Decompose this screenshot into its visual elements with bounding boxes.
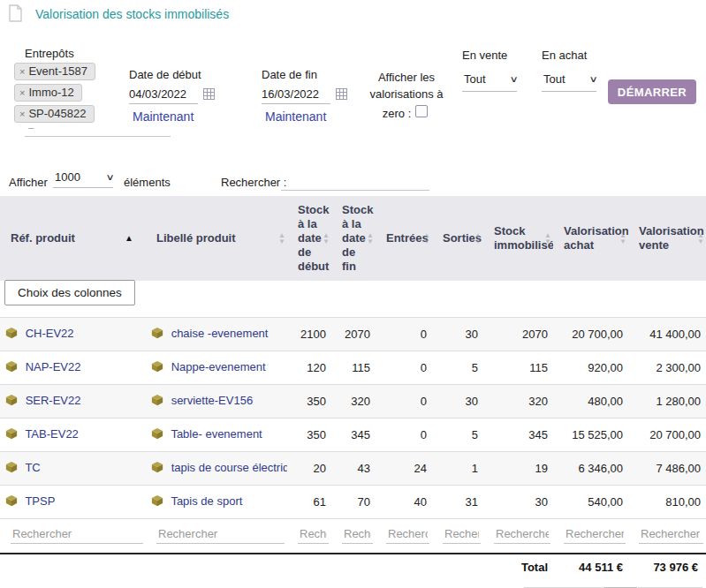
warehouse-tag[interactable]: ×Event-1587 [14, 63, 95, 80]
date-start-input[interactable] [129, 86, 198, 104]
cell-entrees: 40 [376, 485, 432, 518]
calendar-icon[interactable] [203, 88, 215, 102]
column-search-ref[interactable] [11, 525, 143, 544]
column-search-sorties[interactable] [443, 525, 481, 544]
cell-sorties: 30 [432, 384, 483, 418]
column-search-stock-debut[interactable] [298, 525, 329, 544]
zero-valuations-label-line1: Afficher les [378, 71, 435, 84]
col-header-sorties[interactable]: Sorties▲▼ [432, 196, 483, 281]
column-search-stock-immobilise[interactable] [494, 525, 550, 544]
chevron-down-icon: ∨ [105, 172, 114, 182]
col-header-ref-produit[interactable]: Réf. produit▲ [0, 196, 146, 281]
product-label-link[interactable]: Nappe-evenement [171, 360, 266, 373]
cell-valorisation-vente: 2 300,00 [628, 351, 706, 384]
product-label-link[interactable]: tapis de course électrique [171, 461, 287, 474]
table-body: CH-EV22 chaise -evenement 2100 2070 0 30… [0, 281, 706, 518]
column-search-valorisation-vente[interactable] [639, 525, 703, 544]
package-icon [151, 327, 163, 342]
cell-ref-produit: TC [0, 451, 146, 485]
cell-sorties: 5 [432, 418, 483, 451]
cell-stock-debut: 350 [287, 418, 331, 451]
warehouse-tag[interactable]: ×Immo-12 [14, 84, 82, 102]
cell-libelle-produit: Nappe-evenement [146, 351, 287, 384]
col-header-stock-immobilise[interactable]: Stock immobilisé▲▼ [483, 196, 553, 281]
page-size-select[interactable]: 1000 ∨ [53, 170, 113, 188]
product-label-link[interactable]: chaise -evenement [171, 327, 269, 340]
package-icon [5, 360, 18, 375]
en-achat-select[interactable]: Tout ∨ [542, 72, 596, 92]
product-label-link[interactable]: Tapis de sport [171, 494, 242, 508]
column-search-valorisation-achat[interactable] [564, 525, 626, 544]
product-label-link[interactable]: Table- evenement [171, 427, 262, 441]
product-ref-link[interactable]: TAB-EV22 [25, 427, 78, 441]
table-row[interactable]: TPSP Tapis de sport 61 70 40 31 30 540,0… [0, 485, 706, 518]
cell-valorisation-achat: 15 525,00 [553, 418, 628, 451]
column-chooser-button[interactable]: Choix des colonnes [4, 280, 135, 305]
column-search-entrees[interactable] [386, 525, 429, 544]
package-icon [151, 427, 163, 442]
product-label-link[interactable]: serviette-EV156 [171, 394, 254, 407]
col-header-libelle-produit[interactable]: Libellé produit▲▼ [146, 196, 287, 281]
col-header-stock-fin[interactable]: Stock à la date de fin▲▼ [331, 196, 376, 281]
col-header-entrees[interactable]: Entrées▲▼ [376, 196, 432, 281]
date-end-input[interactable] [262, 86, 330, 104]
cell-sorties: 31 [432, 485, 483, 518]
elements-label: éléments [124, 176, 171, 189]
calendar-icon[interactable] [336, 88, 347, 102]
package-icon [5, 494, 18, 509]
date-end-block: Date de fin Maintenant [262, 68, 350, 124]
stock-valuation-table: Réf. produit▲ Libellé produit▲▼ Stock à … [0, 196, 706, 554]
remove-tag-icon[interactable]: × [19, 87, 25, 98]
en-vente-select[interactable]: Tout ∨ [462, 72, 517, 92]
warehouse-tag[interactable]: ×SP-045822 [14, 105, 95, 123]
cell-stock-debut: 20 [287, 451, 331, 485]
sort-icons: ▲▼ [619, 232, 626, 245]
demarrer-button[interactable]: DÉMARRER [608, 79, 696, 104]
remove-tag-icon[interactable]: × [19, 66, 25, 77]
cell-entrees: 24 [376, 451, 432, 485]
en-achat-label: En achat [542, 49, 587, 62]
table-row[interactable]: CH-EV22 chaise -evenement 2100 2070 0 30… [0, 317, 706, 351]
product-ref-link[interactable]: TPSP [25, 494, 55, 508]
product-ref-link[interactable]: SER-EV22 [26, 394, 81, 407]
warehouse-search-input[interactable]: – [25, 122, 171, 137]
date-end-now-link[interactable]: Maintenant [265, 109, 326, 124]
col-header-valorisation-vente[interactable]: Valorisation vente▲▼ [628, 196, 706, 281]
sort-icons: ▲▼ [367, 232, 374, 245]
package-icon [5, 394, 18, 409]
cell-stock-debut: 61 [287, 485, 331, 518]
cell-stock-fin: 43 [331, 451, 376, 485]
table-row[interactable]: TAB-EV22 Table- evenement 350 345 0 5 34… [0, 418, 706, 451]
cell-sorties: 1 [432, 451, 483, 485]
table-row[interactable]: NAP-EV22 Nappe-evenement 120 115 0 5 115… [0, 351, 706, 384]
cell-valorisation-achat: 920,00 [553, 351, 628, 384]
zero-valuations-checkbox[interactable] [415, 105, 428, 117]
cell-stock-debut: 2100 [287, 317, 331, 351]
table-row[interactable]: TC tapis de course électrique 20 43 24 1… [0, 451, 706, 485]
cell-ref-produit: TAB-EV22 [0, 418, 146, 451]
cell-stock-debut: 120 [287, 351, 331, 384]
col-header-valorisation-achat[interactable]: Valorisation achat▲▼ [553, 196, 628, 281]
date-start-now-link[interactable]: Maintenant [133, 109, 194, 124]
sort-icons: ▲▼ [474, 232, 482, 245]
total-valorisation-vente: 73 976 € [628, 554, 706, 579]
product-ref-link[interactable]: TC [25, 461, 40, 474]
package-icon [151, 461, 163, 476]
cell-valorisation-vente: 7 486,00 [628, 451, 706, 485]
global-search-input[interactable] [281, 173, 429, 191]
product-ref-link[interactable]: CH-EV22 [26, 327, 74, 340]
table-row[interactable]: SER-EV22 serviette-EV156 350 320 0 30 32… [0, 384, 706, 418]
remove-tag-icon[interactable]: × [19, 109, 25, 119]
total-label: Total [483, 554, 553, 579]
product-ref-link[interactable]: NAP-EV22 [26, 360, 81, 373]
sort-icons: ▲▼ [544, 232, 551, 245]
column-search-stock-fin[interactable] [342, 525, 373, 544]
cell-stock-immobilise: 19 [483, 451, 553, 485]
en-vente-label: En vente [462, 49, 507, 62]
cell-valorisation-vente: 810,00 [628, 485, 706, 518]
cell-valorisation-vente: 20 700,00 [628, 418, 706, 451]
column-search-libelle[interactable] [156, 525, 285, 544]
cell-libelle-produit: Tapis de sport [146, 485, 287, 518]
col-header-stock-debut[interactable]: Stock à la date de début▲▼ [287, 196, 331, 281]
sort-icons: ▲▼ [323, 232, 330, 245]
